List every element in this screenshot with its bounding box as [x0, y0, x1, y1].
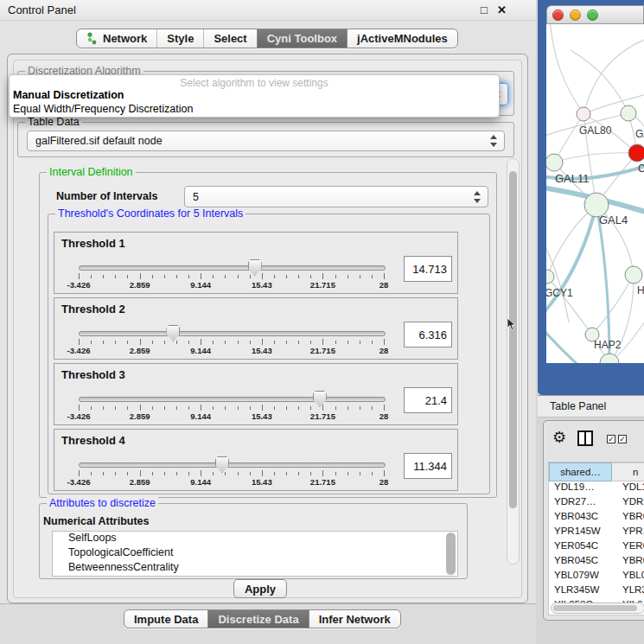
numerical-attributes-label: Numerical Attributes — [43, 515, 149, 527]
slider-track[interactable] — [79, 265, 386, 271]
name-cell[interactable]: YBR0 — [612, 555, 644, 570]
name-cell[interactable]: YDR2 — [612, 496, 644, 511]
close-traffic-light[interactable] — [552, 10, 564, 21]
name-cell[interactable]: YPR1 — [612, 526, 644, 540]
slider-tick-label: 15.43 — [252, 280, 272, 290]
table-row[interactable]: YDL19…YDL1 — [549, 481, 644, 496]
slider-tick — [298, 341, 299, 344]
network-node[interactable] — [600, 354, 619, 363]
network-node[interactable] — [628, 144, 644, 162]
slider-tick — [262, 273, 263, 279]
table-row[interactable]: YLR345WYLR3 — [549, 584, 644, 599]
checkbox-icon[interactable]: ✓ — [618, 435, 627, 443]
table-row[interactable]: YBL079WYBL0 — [549, 570, 644, 584]
slider-track[interactable] — [79, 462, 386, 468]
tab-impute-data[interactable]: Impute Data — [124, 610, 207, 628]
slider-tick-label: 9.144 — [190, 411, 211, 421]
settings-scrollbar-thumb[interactable] — [509, 171, 517, 508]
network-node-label: HAP2 — [594, 339, 622, 351]
name-cell[interactable]: YER0 — [612, 540, 644, 555]
minimize-traffic-light[interactable] — [570, 10, 581, 21]
column-header-shared-name[interactable]: shared… — [549, 462, 612, 481]
slider-ticks — [79, 339, 385, 346]
table-horizontal-scrollbar[interactable] — [551, 603, 644, 614]
tab-discretize-data[interactable]: Discretize Data — [207, 610, 308, 628]
network-node[interactable] — [546, 154, 563, 171]
attribute-list-item[interactable]: BetweennessCentrality — [53, 561, 457, 576]
tab-select[interactable]: Select — [203, 29, 256, 48]
slider-tick — [238, 341, 239, 344]
slider-tick — [79, 339, 80, 345]
table-row[interactable]: YDR27…YDR2 — [549, 496, 644, 511]
table-row[interactable]: YBR043CYBR0 — [549, 511, 644, 526]
apply-button[interactable]: Apply — [233, 579, 287, 598]
slider-tick-label: 28 — [379, 280, 389, 290]
slider-track[interactable] — [79, 331, 386, 336]
tab-cyni-toolbox[interactable]: Cyni Toolbox — [257, 29, 347, 48]
attribute-list-item[interactable]: SelfLoops — [53, 532, 457, 546]
attribute-list-item[interactable]: TopologicalCoefficient — [53, 546, 457, 561]
threshold-value-field[interactable] — [404, 387, 452, 413]
columns-icon[interactable] — [577, 430, 593, 446]
number-of-intervals-combobox[interactable]: 5 — [184, 186, 488, 207]
network-node[interactable] — [546, 270, 554, 284]
name-cell[interactable]: YLR3 — [612, 584, 644, 599]
shared-name-cell[interactable]: YER054C — [549, 540, 612, 555]
dropdown-option-manual-discretization[interactable]: Manual Discretization — [13, 89, 124, 101]
dropdown-option-equal-width-frequency[interactable]: Equal Width/Frequency Discretization — [13, 103, 193, 115]
attributes-list-scrollbar-thumb[interactable] — [446, 532, 456, 575]
threshold-label: Threshold 2 — [61, 303, 125, 316]
slider-tick — [322, 405, 323, 411]
zoom-traffic-light[interactable] — [587, 10, 598, 21]
network-node[interactable] — [625, 266, 642, 284]
threshold-3-panel: Threshold 3 -3.4262.8599.14415.4321.7152… — [54, 363, 458, 425]
checkbox-icon[interactable]: ✓ — [607, 435, 615, 443]
slider-tick — [140, 405, 141, 411]
shared-name-cell[interactable]: YDR27… — [549, 496, 612, 511]
gear-icon[interactable]: ⚙ — [552, 428, 566, 447]
table-row[interactable]: YPR145WYPR1 — [549, 526, 644, 540]
network-canvas[interactable]: GAL80GACGAL11GAL4GCY1HHAP2 — [546, 24, 644, 363]
numerical-attributes-list[interactable]: SelfLoopsTopologicalCoefficientBetweenne… — [52, 531, 458, 577]
slider-track[interactable] — [79, 397, 386, 402]
table-data-group: Table Data galFiltered.sif default node — [17, 122, 514, 157]
threshold-value-field[interactable] — [404, 256, 452, 282]
name-cell[interactable]: YDL1 — [612, 481, 644, 496]
close-icon[interactable]: ✕ — [497, 3, 507, 16]
name-cell[interactable]: YBR0 — [612, 511, 644, 526]
shared-name-cell[interactable]: YLR345W — [549, 584, 612, 599]
table-row[interactable]: YBR045CYBR0 — [549, 555, 644, 570]
network-node[interactable] — [621, 105, 636, 121]
table-data-combobox-value: galFiltered.sif default node — [35, 135, 163, 147]
shared-name-cell[interactable]: YBL079W — [549, 570, 612, 584]
slider-tick — [286, 275, 287, 278]
slider-tick-label: 2.859 — [130, 477, 150, 487]
tab-network[interactable]: Network — [77, 29, 156, 48]
network-view-window[interactable]: GAL80GACGAL11GAL4GCY1HHAP2 — [538, 0, 644, 395]
name-cell[interactable]: YBL0 — [612, 570, 644, 584]
shared-name-cell[interactable]: YBR043C — [549, 511, 612, 526]
slider-tick — [262, 405, 263, 411]
threshold-label: Threshold 3 — [61, 368, 125, 381]
table-row[interactable]: YER054CYER0 — [549, 540, 644, 555]
settings-scrollbar[interactable] — [507, 158, 520, 564]
slider-tick — [250, 472, 251, 475]
slider-tick — [335, 275, 336, 278]
control-panel: Control Panel □ ✕ Network Style Select C… — [0, 0, 536, 644]
column-header-name[interactable]: n — [612, 462, 644, 481]
slider-tick — [286, 406, 287, 410]
tab-infer-network[interactable]: Infer Network — [309, 610, 400, 628]
table-data-combobox[interactable]: galFiltered.sif default node — [27, 131, 505, 151]
network-node[interactable] — [577, 107, 590, 121]
shared-name-cell[interactable]: YDL19… — [549, 481, 612, 496]
float-window-icon[interactable]: □ — [481, 3, 488, 16]
threshold-value-field[interactable] — [404, 453, 452, 479]
threshold-value-field[interactable] — [404, 322, 452, 348]
shared-name-cell[interactable]: YPR145W — [549, 526, 612, 540]
network-window-titlebar[interactable] — [546, 5, 644, 24]
shared-name-cell[interactable]: YBR045C — [549, 555, 612, 570]
table-horizontal-scrollbar-thumb[interactable] — [553, 605, 637, 611]
tab-style[interactable]: Style — [156, 29, 203, 48]
tab-jactivemnodules[interactable]: jActiveMNodules — [347, 29, 457, 48]
network-node-label: GAL4 — [599, 214, 628, 226]
